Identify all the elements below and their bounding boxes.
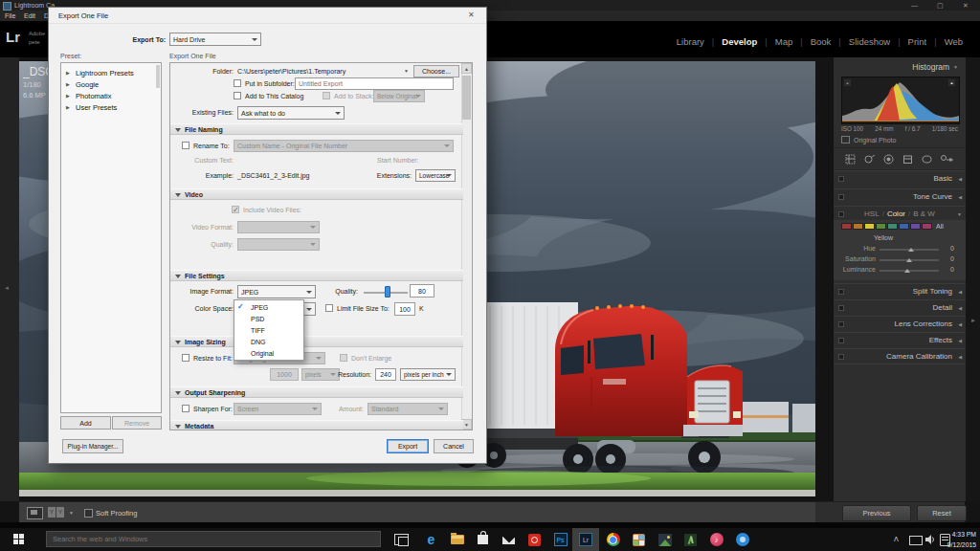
right-panel-expand-icon[interactable]: ► [970,318,976,323]
sharpen-for-checkbox[interactable] [182,405,189,412]
tray-display-icon[interactable] [909,536,923,545]
task-view-icon[interactable] [389,528,414,551]
module-print[interactable]: Print [890,36,926,47]
menu-item-psd[interactable]: PSD [234,313,303,324]
panel-split-toning[interactable]: Split Toning [834,283,966,298]
preset-lightroom-presets[interactable]: Lightroom Presets [61,67,161,78]
left-panel-expand-icon[interactable]: ◄ [4,285,10,291]
add-to-catalog-checkbox[interactable] [234,92,241,99]
panel-toggle[interactable] [838,211,844,217]
file-settings-header[interactable]: File Settings [170,270,463,281]
sharpen-amount-combo[interactable]: Standard [368,403,448,415]
original-photo-checkbox[interactable] [841,136,850,143]
panel-toggle[interactable] [838,354,844,360]
resolution-input[interactable] [375,368,396,381]
image-sizing-header[interactable]: Image Sizing [170,336,463,347]
tray-volume-icon[interactable] [925,535,936,544]
file-naming-header[interactable]: File Naming [170,123,463,135]
histogram-collapse-icon[interactable]: ▼ [953,64,958,70]
bw-tab[interactable]: B & W [913,209,935,218]
notes-app-icon[interactable] [678,528,703,551]
extensions-combo[interactable]: Lowercase [415,169,456,182]
video-quality-combo[interactable] [237,238,320,251]
cancel-button[interactable]: Cancel [434,439,474,453]
luminance-slider-thumb[interactable] [904,266,910,273]
panel-toggle[interactable] [838,338,844,343]
tray-chevron-icon[interactable]: ᐱ [894,536,899,543]
dialog-titlebar[interactable]: Export One File ✕ [49,8,486,24]
hue-slider-thumb[interactable] [908,245,914,252]
panel-toggle[interactable] [838,321,844,327]
dont-enlarge-checkbox[interactable] [340,354,347,362]
lightroom-taskbar-button[interactable]: Lr [572,528,599,551]
rename-to-checkbox[interactable] [182,142,189,149]
menu-item-original[interactable]: Original [234,347,303,359]
taskbar-search-input[interactable] [46,531,381,547]
soft-proofing-checkbox[interactable] [84,509,93,518]
rename-template-combo[interactable]: Custom Name - Original File Number [234,140,454,152]
quality-slider-thumb[interactable] [385,286,390,298]
output-sharpening-header[interactable]: Output Sharpening [170,386,463,398]
reset-button[interactable]: Reset [917,505,967,521]
existing-files-combo[interactable]: Ask what to do [237,106,345,120]
swatch-green[interactable] [876,223,886,230]
panel-lens-corrections[interactable]: Lens Corrections [834,316,966,330]
quality-input[interactable] [410,284,434,298]
chrome-icon[interactable] [600,528,626,551]
adjustment-brush-icon[interactable] [940,153,955,165]
swatch-red[interactable] [841,223,852,230]
choose-folder-button[interactable]: Choose... [413,65,459,77]
folder-dropdown-icon[interactable]: ▼ [404,68,409,74]
panel-tone-curve[interactable]: Tone Curve [834,188,966,203]
compare-view-icon[interactable]: Y Y [48,507,65,518]
scrollbar-thumb[interactable] [462,76,471,120]
photos-icon[interactable] [652,528,678,551]
preset-photomatix[interactable]: Photomatix [61,90,161,101]
preset-google[interactable]: Google [61,78,161,90]
histogram[interactable]: ▲ ▲ [841,77,960,124]
highlight-clipping-icon[interactable]: ▲ [948,79,955,86]
swatch-yellow[interactable] [864,223,875,230]
color-tab[interactable]: Color [887,209,905,218]
panel-effects[interactable]: Effects [834,332,966,346]
panel-toggle[interactable] [838,305,844,311]
limit-file-size-input[interactable] [394,302,415,316]
menu-item-tiff[interactable]: TIFF [234,324,303,336]
add-to-stack-checkbox[interactable] [323,92,330,99]
menu-file[interactable]: File [5,12,15,19]
view-mode-caret-icon[interactable]: ▼ [69,510,74,516]
swatch-magenta[interactable] [922,223,932,230]
swatch-orange[interactable] [853,223,863,230]
panel-camera-calibration[interactable]: Camera Calibration [834,348,966,363]
swatch-all-label[interactable]: All [936,223,944,230]
panel-basic[interactable]: Basic [834,170,966,185]
image-format-combo[interactable]: JPEG [237,285,316,298]
panel-toggle[interactable] [838,176,844,182]
menu-edit[interactable]: Edit [24,12,35,19]
elements-icon[interactable] [522,528,547,551]
resolution-unit-combo[interactable]: pixels per inch [400,368,456,381]
menu-item-dng[interactable]: DNG [234,336,303,347]
video-format-combo[interactable] [237,221,320,233]
shadow-clipping-icon[interactable]: ▲ [844,79,851,86]
module-develop[interactable]: Develop [704,36,757,47]
loupe-view-icon[interactable] [27,507,43,519]
organizer-icon[interactable] [626,528,652,551]
remove-preset-button[interactable]: Remove [112,416,162,430]
crop-tool-icon[interactable] [844,153,857,165]
menu-item-jpeg[interactable]: ✓JPEG [234,301,303,313]
itunes-icon[interactable]: ♪ [703,528,729,551]
media-app-icon[interactable] [729,528,755,551]
module-book[interactable]: Book [792,36,831,47]
add-preset-button[interactable]: Add [60,416,111,430]
saturation-slider-thumb[interactable] [906,255,912,262]
sharpen-target-combo[interactable]: Screen [234,403,322,415]
video-header[interactable]: Video [170,188,463,200]
previous-button[interactable]: Previous [842,505,911,521]
radial-filter-icon[interactable] [921,153,933,165]
minimize-icon[interactable]: — [911,2,918,9]
limit-file-size-checkbox[interactable] [325,304,333,312]
taskbar-clock[interactable]: 4:33 PM 9/12/2015 [944,530,976,551]
edge-icon[interactable]: e [418,528,444,551]
hsl-tab[interactable]: HSL [864,209,880,218]
